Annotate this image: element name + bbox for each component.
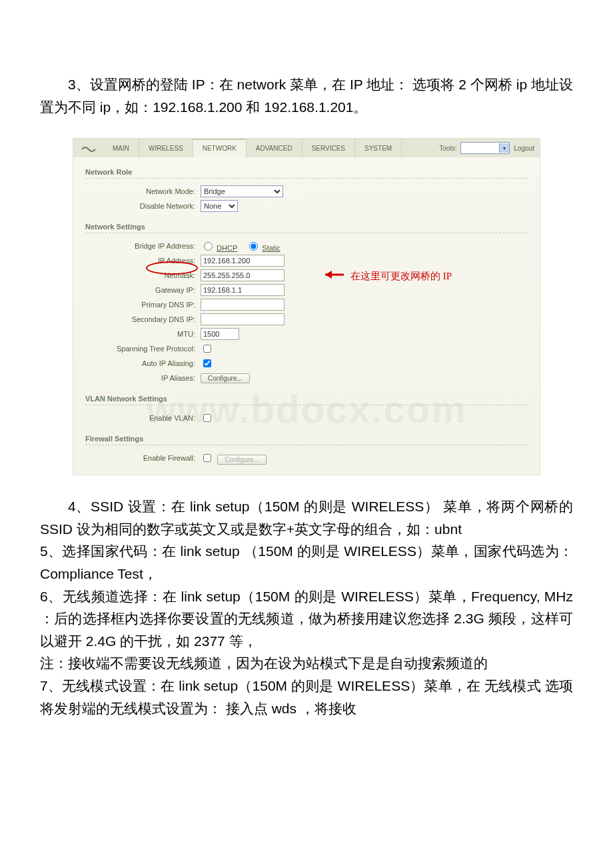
screenshot-network-page: www.bdocx.com 在这里可更改网桥的 IP MAIN WIRELESS… xyxy=(73,138,540,475)
disable-network-label: Disable Network: xyxy=(85,202,201,210)
enable-vlan-label: Enable VLAN: xyxy=(85,414,201,422)
tools-label: Tools: xyxy=(439,145,456,152)
enable-firewall-label: Enable Firewall: xyxy=(85,454,201,462)
configure-firewall-button: Configure... xyxy=(217,455,267,465)
network-mode-select[interactable]: Bridge xyxy=(201,185,283,197)
network-mode-label: Network Mode: xyxy=(85,187,201,195)
tab-advanced[interactable]: ADVANCED xyxy=(247,139,303,157)
tools-dropdown[interactable]: ▾ xyxy=(460,142,510,154)
disable-network-select[interactable]: None xyxy=(201,200,238,212)
stp-checkbox[interactable] xyxy=(203,345,211,353)
intro-paragraph: 3、设置网桥的登陆 IP：在 network 菜单，在 IP 地址： 选项将 2… xyxy=(0,73,613,118)
section-firewall: Firewall Settings xyxy=(85,435,528,445)
tab-wireless[interactable]: WIRELESS xyxy=(139,139,193,157)
section-vlan: VLAN Network Settings xyxy=(85,395,528,405)
paragraph-note: 注：接收端不需要设无线频道，因为在设为站模式下是是自动搜索频道的 xyxy=(0,652,613,675)
autoip-label: Auto IP Aliasing: xyxy=(85,359,201,367)
callout-label: 在这里可更改网桥的 IP xyxy=(350,270,452,283)
paragraph-country-code: 5、选择国家代码：在 link setup （150M 的则是 WIRELESS… xyxy=(0,540,613,585)
ipaliases-label: IP Aliases: xyxy=(85,374,201,382)
enable-firewall-checkbox[interactable] xyxy=(203,454,211,462)
tab-services[interactable]: SERVICES xyxy=(303,139,355,157)
paragraph-ssid: 4、SSID 设置：在 link setup（150M 的则是 WIRELESS… xyxy=(0,495,613,540)
tab-main[interactable]: MAIN xyxy=(103,139,139,157)
tab-system[interactable]: SYSTEM xyxy=(355,139,402,157)
autoip-checkbox[interactable] xyxy=(203,359,211,367)
stp-label: Spanning Tree Protocol: xyxy=(85,345,201,353)
chevron-down-icon: ▾ xyxy=(499,143,509,153)
mtu-label: MTU: xyxy=(85,330,201,338)
logout-link[interactable]: Logout xyxy=(514,145,534,152)
tab-bar: MAIN WIRELESS NETWORK ADVANCED SERVICES … xyxy=(73,139,540,157)
enable-vlan-checkbox[interactable] xyxy=(203,414,211,422)
configure-ipaliases-button[interactable]: Configure... xyxy=(201,373,250,383)
tab-network[interactable]: NETWORK xyxy=(193,139,247,157)
section-network-settings: Network Settings xyxy=(85,223,528,233)
paragraph-wireless-mode: 7、无线模式设置：在 link setup（150M 的则是 WIRELESS）… xyxy=(0,675,613,719)
svg-point-0 xyxy=(147,262,197,274)
section-network-role: Network Role xyxy=(85,168,528,179)
logo-icon xyxy=(73,139,103,157)
paragraph-frequency: 6、无线频道选择：在 link setup（150M 的则是 WIRELESS）… xyxy=(0,585,613,653)
annotation-overlay xyxy=(73,237,540,331)
